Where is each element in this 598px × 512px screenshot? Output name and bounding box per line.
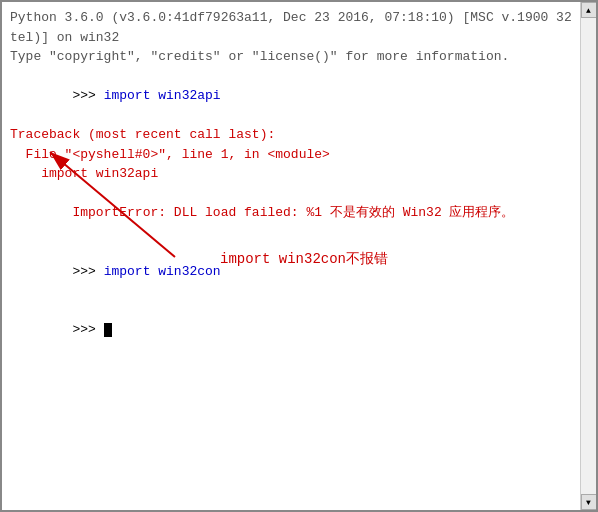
line-platform: tel)] on win32: [10, 28, 572, 48]
line-type-hint: Type "copyright", "credits" or "license(…: [10, 47, 572, 67]
prompt2: >>>: [72, 264, 103, 279]
cmd-import-win32con: import win32con: [104, 264, 221, 279]
cmd-import-win32api: import win32api: [104, 88, 221, 103]
annotation-text: import win32con不报错: [220, 250, 388, 268]
terminal-area[interactable]: Python 3.6.0 (v3.6.0:41df79263a11, Dec 2…: [2, 2, 580, 510]
line-import-win32api: >>> import win32api: [10, 67, 572, 126]
arrow-svg: [30, 142, 230, 262]
line-python-version: Python 3.6.0 (v3.6.0:41df79263a11, Dec 2…: [10, 8, 572, 28]
svg-line-1: [50, 152, 175, 257]
window: Python 3.6.0 (v3.6.0:41df79263a11, Dec 2…: [0, 0, 598, 512]
scrollbar-track[interactable]: [581, 18, 596, 494]
cursor: [104, 323, 112, 337]
line-last-prompt: >>>: [10, 301, 572, 360]
prompt1: >>>: [72, 88, 103, 103]
scrollbar-up-button[interactable]: ▲: [581, 2, 597, 18]
main-content: Python 3.6.0 (v3.6.0:41df79263a11, Dec 2…: [2, 2, 596, 510]
scrollbar[interactable]: ▲ ▼: [580, 2, 596, 510]
prompt3: >>>: [72, 322, 103, 337]
scrollbar-down-button[interactable]: ▼: [581, 494, 597, 510]
